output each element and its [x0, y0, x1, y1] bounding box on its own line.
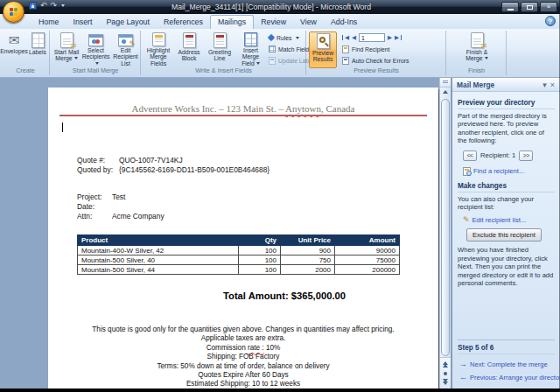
dropdown-caret-icon: [256, 62, 260, 65]
tab-add-ins[interactable]: Add-Ins: [324, 16, 364, 29]
last-record-button[interactable]: ▶: [395, 34, 402, 41]
previous-arrow-icon: ←: [459, 374, 467, 382]
help-icon[interactable]: ?: [545, 16, 556, 26]
vertical-scrollbar[interactable]: [439, 78, 451, 388]
envelope-overlay-icon: ✉: [481, 42, 487, 50]
edit-recipient-list-link[interactable]: ✎ Edit recipient list...: [463, 216, 555, 224]
tab-mailings[interactable]: Mailings: [210, 15, 254, 29]
task-pane-close-icon[interactable]: ×: [549, 80, 556, 89]
scrollbar-thumb[interactable]: [441, 99, 450, 356]
labels-button[interactable]: Labels: [26, 32, 49, 66]
window-controls: ×: [501, 2, 557, 12]
address-block-button[interactable]: Address Block: [174, 32, 204, 66]
greeting-line-label: Greeting Line: [205, 49, 234, 62]
group-create-label: Create: [2, 66, 49, 74]
mail-merge-task-pane: Mail Merge ▾ × Preview your directory Pa…: [452, 78, 560, 388]
redo-icon[interactable]: ↷: [51, 2, 58, 10]
close-button[interactable]: ×: [540, 2, 557, 12]
select-recipients-label: Select Recipients: [81, 47, 110, 66]
rules-button[interactable]: Rules: [269, 32, 299, 43]
ribbon-tab-row: Home Insert Page Layout References Maili…: [0, 14, 560, 29]
minimize-button[interactable]: [501, 2, 519, 12]
match-fields-button[interactable]: Match Fields: [269, 44, 312, 54]
qat-customize-caret-icon[interactable]: [61, 4, 65, 7]
quote-table: Product Qty Unit Price Amount Mountain-4…: [77, 234, 400, 275]
office-logo-icon: [10, 8, 18, 16]
next-recipient-button[interactable]: >>: [519, 150, 533, 161]
terms-line: Estimated Shipping: 10 to 12 weeks: [48, 380, 438, 388]
edit-recipient-list-button[interactable]: ✎ Edit Recipient List: [111, 32, 140, 66]
preview-directory-heading: Preview your directory: [458, 96, 555, 109]
group-start-label: Start Mail Merge: [51, 66, 140, 74]
envelopes-label: Envelopes: [0, 48, 28, 54]
previous-step-link[interactable]: ← Previous: Arrange your directory: [459, 374, 555, 382]
preview-directory-text: Part of the merged directory is previewe…: [458, 112, 555, 145]
document-area: Adventure Works Inc. – 123 Main St. – An…: [0, 78, 452, 388]
greeting-line-icon: [214, 32, 227, 48]
terms-block: This quote is good only for the quantiti…: [48, 326, 438, 388]
recipient-number: 1: [512, 151, 515, 159]
misspelled-word: Anytown: [285, 103, 321, 114]
word-window: ↶ ↷ Mail_Merge_34114[1] [Compatibility M…: [0, 0, 560, 392]
scroll-up-icon[interactable]: [443, 90, 448, 94]
next-step-link[interactable]: → Next: Complete the merge: [459, 360, 555, 368]
terms-line: This quote is good only for the quantiti…: [48, 326, 438, 334]
tab-insert[interactable]: Insert: [66, 16, 99, 29]
task-pane-body: Preview your directory Part of the merge…: [452, 92, 560, 388]
tab-view[interactable]: View: [293, 16, 324, 29]
previous-page-button[interactable]: [443, 361, 448, 368]
tab-page-layout[interactable]: Page Layout: [99, 16, 156, 29]
envelopes-button[interactable]: ✉ Envelopes: [3, 32, 25, 66]
last-record-icon: ▶: [395, 34, 399, 41]
tab-home[interactable]: Home: [32, 16, 66, 29]
save-icon[interactable]: [29, 2, 37, 10]
exclude-recipient-button[interactable]: Exclude this recipient: [466, 228, 542, 242]
misspelled-word: rate :: [248, 344, 264, 352]
table-row: Mountain-500 Silver, 40 100 750 75000: [78, 256, 400, 265]
dropdown-caret-icon: [74, 57, 78, 60]
previous-record-icon[interactable]: ◀: [352, 34, 356, 41]
record-number-input[interactable]: 1: [359, 33, 385, 42]
finish-merge-icon: ✉: [471, 32, 484, 48]
select-recipients-button[interactable]: Select Recipients: [81, 32, 110, 66]
finish-merge-button[interactable]: ✉ Finish & Merge: [459, 32, 494, 66]
auto-check-errors-icon: [342, 57, 349, 65]
next-step-link-label: Next: Complete the merge: [470, 360, 548, 368]
find-recipient-link-label: Find a recipient...: [473, 167, 524, 175]
group-finish: ✉ Finish & Merge Finish: [447, 31, 507, 75]
tab-review[interactable]: Review: [254, 16, 293, 29]
office-button[interactable]: [3, 1, 24, 23]
find-recipient-button[interactable]: Find Recipient: [342, 44, 389, 54]
next-page-button[interactable]: [443, 379, 448, 385]
ruler-toggle-button[interactable]: [440, 78, 451, 88]
insert-merge-field-button[interactable]: Insert Merge Field: [235, 32, 266, 66]
greeting-line-button[interactable]: Greeting Line: [205, 32, 234, 66]
find-recipient-link[interactable]: Find a recipient...: [463, 167, 555, 176]
first-record-button[interactable]: ◀: [342, 34, 349, 41]
previous-recipient-button[interactable]: <<: [463, 150, 477, 161]
task-pane-menu-caret-icon[interactable]: ▾: [541, 80, 549, 89]
undo-icon[interactable]: ↶: [40, 2, 47, 10]
restore-button[interactable]: [521, 2, 538, 12]
next-record-icon[interactable]: ▶: [388, 34, 392, 41]
select-browse-object-button[interactable]: [444, 372, 447, 375]
group-write-insert-fields: Highlight Merge Fields Address Block Gre…: [142, 31, 306, 75]
task-pane-title: Mail Merge: [457, 80, 541, 89]
rules-icon: [268, 34, 275, 41]
start-mail-merge-icon: ✉: [60, 32, 74, 48]
auto-check-errors-button[interactable]: Auto Check for Errors: [342, 55, 409, 66]
quoted-by-line: Quoted by:{9C145562-6169-DD11-B509-001E0…: [77, 165, 270, 175]
col-qty: Qty: [239, 235, 281, 246]
dropdown-caret-icon: [485, 57, 488, 60]
highlight-merge-fields-button[interactable]: Highlight Merge Fields: [144, 32, 173, 66]
preview-results-icon: [317, 33, 330, 49]
rules-label: Rules: [276, 35, 291, 41]
project-info-block: Project:Test Date: Attn:Acme Company: [77, 192, 164, 221]
restore-icon: [527, 5, 533, 10]
start-mail-merge-button[interactable]: ✉ Start Mail Merge: [52, 32, 80, 66]
step-indicator: Step 5 of 6: [458, 340, 555, 354]
preview-results-button[interactable]: Preview Results: [309, 32, 337, 68]
document-page[interactable]: Adventure Works Inc. – 123 Main St. – An…: [48, 88, 438, 388]
tab-references[interactable]: References: [157, 16, 210, 29]
group-create: ✉ Envelopes Labels Create: [2, 31, 50, 75]
